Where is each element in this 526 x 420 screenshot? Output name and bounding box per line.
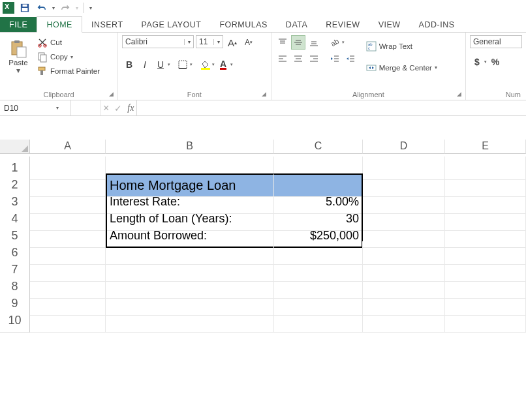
fx-icon[interactable]: fx [127, 103, 134, 113]
redo-dropdown[interactable]: ▾ [76, 5, 78, 11]
cut-button[interactable]: Cut [35, 37, 102, 48]
tab-data[interactable]: DATA [277, 17, 317, 32]
underline-dropdown[interactable]: ▾ [168, 62, 170, 67]
orientation-dropdown[interactable]: ▾ [342, 40, 345, 45]
align-left-icon [277, 53, 288, 64]
formula-input[interactable] [137, 100, 526, 115]
formula-controls: × ✓ fx [101, 100, 137, 115]
chevron-down-icon: ▾ [184, 39, 193, 45]
group-clipboard: Paste ▾ Cut Copy ▾ Format Painter C [0, 33, 118, 100]
align-center-icon [293, 53, 303, 64]
indent-icon [345, 53, 356, 64]
font-size-select[interactable]: 11▾ [196, 35, 223, 48]
tab-insert[interactable]: INSERT [82, 17, 132, 32]
undo-dropdown[interactable]: ▾ [52, 5, 55, 11]
format-painter-button[interactable]: Format Painter [35, 65, 102, 77]
currency-dropdown[interactable]: ▾ [484, 59, 487, 65]
align-center-button[interactable] [291, 52, 305, 66]
font-color-button[interactable]: A [216, 57, 230, 72]
svg-rect-2 [22, 8, 28, 11]
cell-A10[interactable] [30, 309, 106, 333]
cell-C10[interactable] [274, 309, 363, 333]
bold-button[interactable]: B [122, 57, 136, 72]
underline-button[interactable]: U [153, 57, 168, 72]
cell-D10[interactable] [363, 309, 445, 333]
number-format-select[interactable]: General [470, 35, 522, 48]
copy-button[interactable]: Copy ▾ [35, 51, 102, 63]
tab-page-layout[interactable]: PAGE LAYOUT [132, 17, 211, 32]
svg-rect-9 [40, 55, 46, 62]
increase-indent-button[interactable] [343, 52, 358, 66]
col-header-B[interactable]: B [106, 140, 274, 154]
svg-rect-11 [40, 70, 43, 75]
alignment-group-label: Alignment [352, 91, 384, 98]
svg-text:ab: ab [329, 37, 340, 48]
border-icon [178, 59, 188, 70]
fill-dropdown[interactable]: ▾ [212, 62, 215, 67]
name-box-dropdown[interactable]: ▾ [52, 105, 63, 111]
fill-color-button[interactable] [198, 57, 212, 72]
group-font: Calibri▾ 11▾ A▴ A▾ B I U▾ ▾ ▾ A▾ Font◢ [118, 33, 271, 100]
font-name-select[interactable]: Calibri▾ [122, 35, 194, 48]
qat-customize[interactable]: ▾ [89, 5, 92, 11]
tab-home[interactable]: HOME [37, 16, 82, 33]
bucket-icon [200, 59, 210, 70]
wrap-text-button[interactable]: abc Wrap Text [364, 40, 439, 52]
svg-rect-5 [17, 47, 26, 57]
currency-button[interactable]: $ [470, 55, 484, 69]
tab-file[interactable]: FILE [0, 17, 37, 32]
bold-label: B [126, 59, 132, 70]
col-header-C[interactable]: C [274, 140, 363, 154]
cancel-icon[interactable]: × [103, 102, 109, 114]
orientation-button[interactable]: ab [328, 35, 342, 50]
paste-dropdown-icon: ▾ [16, 67, 20, 74]
tab-addins[interactable]: ADD-INS [410, 17, 464, 32]
scissors-icon [37, 37, 48, 48]
borders-button[interactable] [176, 57, 190, 72]
enter-icon[interactable]: ✓ [114, 103, 122, 113]
row-header-10[interactable]: 10 [0, 309, 30, 333]
chevron-down-icon: ▾ [213, 39, 223, 45]
align-middle-icon [293, 37, 303, 48]
paste-button[interactable]: Paste ▾ [4, 35, 33, 78]
col-header-D[interactable]: D [363, 140, 445, 154]
clipboard-launcher[interactable]: ◢ [107, 91, 115, 98]
align-top-button[interactable] [275, 35, 290, 50]
svg-rect-10 [39, 67, 45, 70]
merge-center-button[interactable]: Merge & Center ▾ [364, 62, 439, 74]
col-header-A[interactable]: A [30, 140, 106, 154]
font-color-dropdown[interactable]: ▾ [230, 62, 233, 67]
align-bottom-button[interactable] [307, 35, 321, 50]
cell-B10[interactable] [106, 309, 274, 333]
align-left-button[interactable] [275, 52, 290, 66]
alignment-launcher[interactable]: ◢ [455, 91, 463, 98]
font-group-label: Font [187, 91, 202, 98]
decrease-indent-button[interactable] [328, 52, 342, 66]
italic-button[interactable]: I [138, 57, 152, 72]
align-middle-button[interactable] [291, 35, 305, 50]
cut-label: Cut [50, 38, 62, 46]
paste-label: Paste [8, 59, 27, 67]
font-size-value: 11 [196, 37, 210, 46]
name-box[interactable]: ▾ [0, 100, 70, 115]
qat-separator [84, 3, 84, 13]
select-all-corner[interactable] [0, 140, 30, 154]
clipboard-group-label: Clipboard [43, 91, 74, 98]
increase-font-button[interactable]: A▴ [225, 35, 240, 50]
save-button[interactable] [18, 1, 31, 14]
worksheet-grid[interactable]: A B C D E 1 2 Home Mortgage Loan 3 Inter… [0, 140, 526, 326]
percent-button[interactable]: % [488, 55, 503, 69]
tab-view[interactable]: VIEW [369, 17, 410, 32]
align-right-button[interactable] [307, 52, 321, 66]
font-launcher[interactable]: ◢ [260, 91, 268, 98]
tab-review[interactable]: REVIEW [317, 17, 369, 32]
name-box-input[interactable] [0, 104, 52, 113]
copy-dropdown-icon: ▾ [70, 54, 73, 60]
borders-dropdown[interactable]: ▾ [190, 62, 193, 67]
tab-formulas[interactable]: FORMULAS [210, 17, 276, 32]
decrease-font-button[interactable]: A▾ [241, 35, 256, 50]
undo-button[interactable] [35, 1, 48, 14]
cell-E10[interactable] [445, 309, 526, 333]
redo-button[interactable] [59, 1, 72, 14]
col-header-E[interactable]: E [445, 140, 526, 154]
